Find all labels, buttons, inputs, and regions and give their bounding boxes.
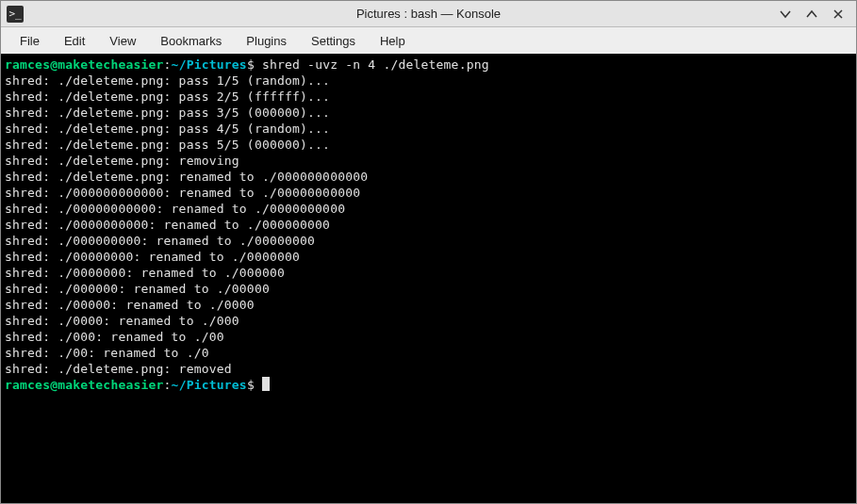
output-line: shred: ./deleteme.png: pass 4/5 (random)… xyxy=(5,121,852,137)
output-line: shred: ./000000000: renamed to ./0000000… xyxy=(5,233,852,249)
output-lines: shred: ./deleteme.png: pass 1/5 (random)… xyxy=(5,73,852,377)
konsole-window: >_ Pictures : bash — Konsole File Edit V… xyxy=(0,0,857,504)
command: shred -uvz -n 4 ./deleteme.png xyxy=(262,57,489,72)
close-button[interactable] xyxy=(830,6,847,23)
menu-bookmarks[interactable]: Bookmarks xyxy=(149,30,233,52)
output-line: shred: ./000000: renamed to ./00000 xyxy=(5,281,852,297)
output-line: shred: ./deleteme.png: pass 1/5 (random)… xyxy=(5,73,852,89)
maximize-icon xyxy=(806,8,817,20)
output-line: shred: ./deleteme.png: removing xyxy=(5,153,852,169)
output-line: shred: ./deleteme.png: removed xyxy=(5,361,852,377)
prompt-host: maketecheasier xyxy=(58,378,163,392)
prompt-colon: : xyxy=(164,378,172,392)
output-line: shred: ./deleteme.png: pass 3/5 (000000)… xyxy=(5,105,852,121)
output-line: shred: ./0000: renamed to ./000 xyxy=(5,313,852,329)
prompt-host: maketecheasier xyxy=(58,57,163,72)
menu-plugins[interactable]: Plugins xyxy=(235,30,298,52)
output-line: shred: ./deleteme.png: renamed to ./0000… xyxy=(5,169,852,185)
output-line: shred: ./000: renamed to ./00 xyxy=(5,329,852,345)
output-line: shred: ./00000000: renamed to ./0000000 xyxy=(5,249,852,265)
prompt-colon: : xyxy=(164,57,172,72)
prompt-line-1: ramces@maketecheasier:~/Pictures$ shred … xyxy=(5,57,852,73)
app-icon-glyph: >_ xyxy=(8,8,21,19)
output-line: shred: ./0000000: renamed to ./000000 xyxy=(5,265,852,281)
window-controls xyxy=(777,6,856,23)
menu-help[interactable]: Help xyxy=(369,30,417,52)
minimize-button[interactable] xyxy=(777,6,794,23)
output-line: shred: ./00: renamed to ./0 xyxy=(5,345,852,361)
window-title: Pictures : bash — Konsole xyxy=(356,7,501,21)
menu-edit[interactable]: Edit xyxy=(53,30,96,52)
menu-file[interactable]: File xyxy=(8,30,51,52)
command-text xyxy=(255,57,262,72)
output-line: shred: ./deleteme.png: pass 2/5 (ffffff)… xyxy=(5,89,852,105)
prompt-user: ramces xyxy=(5,57,50,72)
menubar: File Edit View Bookmarks Plugins Setting… xyxy=(1,27,856,54)
prompt-user: ramces xyxy=(5,378,50,392)
prompt-symbol: $ xyxy=(247,57,255,72)
prompt-path: ~/Pictures xyxy=(172,378,247,392)
maximize-button[interactable] xyxy=(803,6,820,23)
prompt-at: @ xyxy=(50,378,58,392)
prompt-line-2: ramces@maketecheasier:~/Pictures$ xyxy=(5,377,852,393)
prompt-at: @ xyxy=(50,57,58,72)
menu-view[interactable]: View xyxy=(98,30,147,52)
terminal-area[interactable]: ramces@maketecheasier:~/Pictures$ shred … xyxy=(1,54,856,503)
output-line: shred: ./000000000000: renamed to ./0000… xyxy=(5,185,852,201)
app-icon: >_ xyxy=(7,6,24,23)
cursor xyxy=(262,377,270,391)
minimize-icon xyxy=(780,8,791,20)
menu-settings[interactable]: Settings xyxy=(300,30,367,52)
output-line: shred: ./00000: renamed to ./0000 xyxy=(5,297,852,313)
close-icon xyxy=(832,8,844,20)
output-line: shred: ./0000000000: renamed to ./000000… xyxy=(5,217,852,233)
titlebar: >_ Pictures : bash — Konsole xyxy=(1,1,856,27)
prompt-path: ~/Pictures xyxy=(172,57,247,72)
prompt-symbol: $ xyxy=(247,378,255,392)
output-line: shred: ./00000000000: renamed to ./00000… xyxy=(5,201,852,217)
output-line: shred: ./deleteme.png: pass 5/5 (000000)… xyxy=(5,137,852,153)
